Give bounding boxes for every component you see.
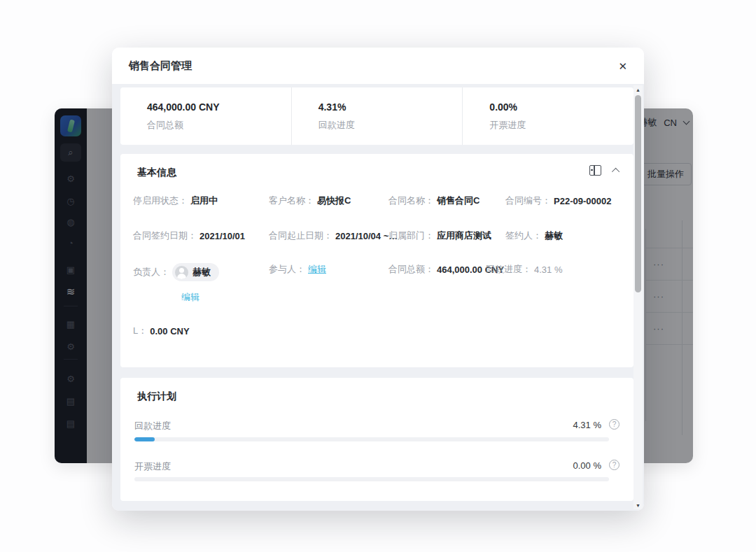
scrollbar-thumb[interactable]: [635, 95, 641, 292]
field-row: 合同签约日期：2021/10/01 合同起止日期：2021/10/04 ~… 归…: [120, 229, 634, 248]
field-payment-progress: 回款进度： 4.31 %: [486, 263, 562, 276]
field-row: 负责人： 赫敏 参与人： 编辑 合同总额： 464,000.00 CNY: [120, 263, 634, 283]
bar-value-invoice: 0.00 %: [573, 460, 601, 471]
close-icon[interactable]: ✕: [618, 61, 627, 71]
avatar: [175, 266, 188, 279]
field-extra-amount: L： 0.00 CNY: [133, 325, 190, 337]
modal-header: 销售合同管理 ✕: [112, 48, 644, 84]
field-participants: 参与人： 编辑: [269, 263, 326, 276]
field-signer: 签约人：赫敏: [505, 229, 563, 242]
section-title: 基本信息: [137, 167, 176, 179]
owner-edit-link[interactable]: 编辑: [181, 291, 200, 304]
field-row: 停启用状态：启用中 客户名称：易快报C 合同名称：销售合同C 合同编号：P22-…: [120, 194, 634, 213]
modal-scrollbar[interactable]: ▲ ▼: [634, 85, 643, 509]
field-department: 归属部门：应用商店测试: [388, 229, 491, 242]
bar-label-invoice: 开票进度: [134, 460, 171, 473]
modal-body: 464,000.00 CNY 合同总额 4.31% 回款进度 0.00% 开票进…: [112, 84, 644, 511]
help-icon[interactable]: ?: [609, 460, 620, 470]
field-customer: 客户名称：易快报C: [269, 194, 351, 207]
progress-track-invoice: [134, 477, 609, 481]
basic-info-card: 基本信息 停启用状态：启用中 客户名称：易快报C 合同名称：销售合同C 合同编号…: [120, 154, 634, 367]
sales-contract-modal: 销售合同管理 ✕ 464,000.00 CNY 合同总额 4.31% 回款进度 …: [112, 48, 644, 511]
scroll-up-icon[interactable]: ▲: [634, 85, 643, 94]
layout-icon[interactable]: [589, 165, 601, 176]
screen: ⌕ ⚙ ◷ ◍ ◔ ▣ ≋ ▦ ⚙ ⚙ ▤ ▤ 赫敏 CN: [0, 0, 756, 552]
stat-payment-progress: 4.31% 回款进度: [291, 87, 463, 145]
collapse-chevron-up-icon[interactable]: [612, 167, 620, 175]
field-sign-date: 合同签约日期：2021/10/01: [133, 229, 245, 242]
field-date-range: 合同起止日期：2021/10/04 ~…: [269, 229, 398, 242]
scroll-down-icon[interactable]: ▼: [634, 501, 643, 509]
modal-title: 销售合同管理: [129, 59, 192, 73]
field-contract-no: 合同编号：P22-09-00002: [505, 194, 611, 207]
stat-label: 合同总额: [147, 119, 291, 132]
stats-card: 464,000.00 CNY 合同总额 4.31% 回款进度 0.00% 开票进…: [120, 87, 634, 145]
stat-contract-total: 464,000.00 CNY 合同总额: [120, 87, 291, 145]
field-row: 编辑: [120, 291, 634, 309]
stat-label: 回款进度: [318, 119, 463, 132]
owner-chip[interactable]: 赫敏: [172, 263, 219, 281]
progress-fill-payment: [134, 437, 155, 441]
field-contract-name: 合同名称：销售合同C: [388, 194, 479, 207]
stat-value: 4.31%: [318, 101, 463, 113]
owner-name: 赫敏: [192, 266, 211, 278]
execution-plan-card: 执行计划 回款进度 4.31 % ? 开票进度 0.00 % ?: [120, 378, 634, 501]
stat-invoice-progress: 0.00% 开票进度: [462, 87, 634, 145]
owner-edit-link-cell: 编辑: [178, 291, 200, 304]
field-owner: 负责人： 赫敏: [133, 263, 219, 281]
field-row: L： 0.00 CNY: [120, 325, 634, 343]
stat-value: 0.00%: [489, 101, 634, 113]
section-title: 执行计划: [137, 390, 176, 403]
participants-edit-link[interactable]: 编辑: [308, 263, 326, 276]
progress-track-payment: [134, 437, 609, 441]
field-status: 停启用状态：启用中: [133, 194, 218, 207]
bar-label-payment: 回款进度: [134, 420, 171, 432]
help-icon[interactable]: ?: [609, 419, 620, 430]
card-tools: [589, 165, 620, 176]
stat-label: 开票进度: [489, 119, 634, 132]
stat-value: 464,000.00 CNY: [147, 101, 291, 113]
bar-value-payment: 4.31 %: [573, 420, 601, 430]
